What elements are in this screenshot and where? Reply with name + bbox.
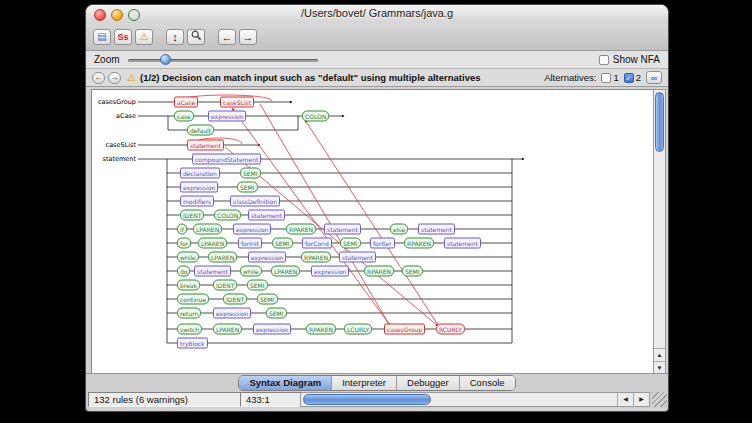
ibeam-button[interactable]: ↕ (166, 29, 184, 45)
diagram-node-LPAREN[interactable]: LPAREN (193, 224, 222, 235)
diagram-node-SEMI[interactable]: SEMI (272, 238, 293, 249)
link-button[interactable]: ∞ (646, 71, 662, 84)
diagram-node-IDENT[interactable]: IDENT (223, 294, 247, 305)
diagram-node-statement[interactable]: statement (324, 224, 361, 235)
diagram-node-break[interactable]: break (177, 280, 200, 291)
diagram-node-RPAREN[interactable]: RPAREN (306, 324, 336, 335)
diagram-node-IDENT[interactable]: IDENT (180, 210, 204, 221)
diagram-node-statement[interactable]: statement (248, 210, 285, 221)
diagram-canvas[interactable]: casesGroupaCasecaseSListstatementaCaseca… (91, 89, 654, 375)
rule-label-statement: statement (94, 155, 136, 163)
diagram-node-while[interactable]: while (177, 252, 199, 263)
tab-debugger[interactable]: Debugger (396, 376, 459, 390)
diagram-node-SEMI[interactable]: SEMI (247, 280, 268, 291)
diagram-node-for[interactable]: for (177, 238, 191, 249)
forward-button[interactable]: → (239, 29, 257, 45)
diagram-node-return[interactable]: return (177, 308, 201, 319)
diagram-node-RPAREN[interactable]: RPAREN (404, 238, 434, 249)
diagram-node-RPAREN[interactable]: RPAREN (364, 266, 394, 277)
diagram-node-LPAREN[interactable]: LPAREN (271, 266, 300, 277)
diagram-node-else[interactable]: else (390, 224, 408, 235)
diagram-node-forInit[interactable]: forInit (238, 238, 262, 249)
diagram-node-RPAREN[interactable]: RPAREN (301, 252, 331, 263)
diagram-node-LPAREN[interactable]: LPAREN (213, 324, 242, 335)
tab-interpreter[interactable]: Interpreter (331, 376, 396, 390)
zoom-slider-thumb[interactable] (160, 54, 171, 65)
diagram-node-expression[interactable]: expression (208, 111, 246, 122)
diagram-node-SEMI[interactable]: SEMI (257, 294, 278, 305)
title-bar[interactable]: /Users/bovet/ Grammars/java.g (86, 5, 668, 24)
diagram-node-statement[interactable]: statement (187, 140, 224, 151)
tab-syntax-diagram[interactable]: Syntax Diagram (239, 376, 331, 390)
diagram-node-tryBlock[interactable]: tryBlock (177, 338, 208, 349)
diagram-node-caseSList[interactable]: caseSList (220, 97, 254, 108)
diagram-node-classDefinition[interactable]: classDefinition (230, 196, 280, 207)
zoom-row: Zoom Show NFA (86, 51, 668, 69)
alternative-1-checkbox[interactable] (601, 73, 611, 83)
diagram-node-case[interactable]: case (174, 111, 194, 122)
zoom-slider-track[interactable] (128, 59, 318, 62)
diagram-node-continue[interactable]: continue (177, 294, 209, 305)
diagram-node-expression[interactable]: expression (253, 324, 291, 335)
diagram-node-SEMI[interactable]: SEMI (402, 266, 423, 277)
diagram-node-expression[interactable]: expression (248, 252, 286, 263)
view-tabs: Syntax Diagram Interpreter Debugger Cons… (86, 373, 668, 392)
diagram-node-forCond[interactable]: forCond (302, 238, 332, 249)
diagram-node-modifiers[interactable]: modifiers (180, 196, 214, 207)
find-button[interactable] (187, 29, 205, 45)
scroll-left-button[interactable]: ◀ (617, 393, 633, 406)
diagram-node-RPAREN[interactable]: RPAREN (286, 224, 316, 235)
case-sensitivity-button[interactable]: Ss (114, 29, 132, 45)
print-button[interactable]: ▤ (93, 29, 111, 45)
diagram-node-SEMI[interactable]: SEMI (266, 308, 287, 319)
resize-grip[interactable] (652, 392, 667, 407)
tab-console[interactable]: Console (459, 376, 515, 390)
vertical-scrollbar[interactable]: ▲ ▼ (653, 89, 666, 375)
caret-position: 433:1 (240, 392, 302, 407)
diagram-node-SEMI[interactable]: SEMI (240, 168, 261, 179)
diagram-node-default[interactable]: default (187, 125, 214, 136)
diagram-node-do[interactable]: do (177, 266, 190, 277)
diagram-node-expression[interactable]: expression (311, 266, 349, 277)
show-nfa-label: Show NFA (613, 54, 660, 65)
diagram-node-expression[interactable]: expression (213, 308, 251, 319)
diagram-node-casesGroup[interactable]: casesGroup (384, 324, 425, 335)
previous-warning-button[interactable]: ← (92, 72, 105, 84)
diagram-node-COLON[interactable]: COLON (302, 111, 329, 122)
back-button[interactable]: ← (218, 29, 236, 45)
diagram-node-while[interactable]: while (240, 266, 262, 277)
diagram-node-forIter[interactable]: forIter (370, 238, 395, 249)
diagram-node-statement[interactable]: statement (418, 224, 455, 235)
vertical-scrollbar-thumb[interactable] (655, 92, 664, 152)
alternative-2-checkbox[interactable]: ✓ (624, 73, 634, 83)
diagram-node-statement[interactable]: statement (444, 238, 481, 249)
next-warning-button[interactable]: → (108, 72, 121, 84)
diagram-node-expression[interactable]: expression (180, 182, 218, 193)
show-nfa-checkbox[interactable] (599, 55, 609, 65)
diagram-node-SEMI[interactable]: SEMI (340, 238, 361, 249)
warnings-button[interactable]: ⚠ (135, 29, 153, 45)
diagram-node-IDENT[interactable]: IDENT (213, 280, 237, 291)
zoom-slider[interactable] (128, 54, 318, 66)
horizontal-scrollbar[interactable]: ◀ ▶ (300, 392, 650, 407)
diagram-node-RCURLY[interactable]: RCURLY (436, 324, 465, 335)
window-title: /Users/bovet/ Grammars/java.g (86, 7, 668, 19)
diagram-node-LCURLY[interactable]: LCURLY (344, 324, 372, 335)
diagram-node-compoundStatement[interactable]: compoundStatement (192, 154, 261, 165)
diagram-node-if[interactable]: if (177, 224, 187, 235)
diagram-node-statement[interactable]: statement (339, 252, 376, 263)
scroll-up-button[interactable]: ▲ (654, 348, 665, 361)
diagram-node-expression[interactable]: expression (233, 224, 271, 235)
diagram-node-LPAREN[interactable]: LPAREN (208, 252, 237, 263)
diagram-node-declaration[interactable]: declaration (180, 168, 220, 179)
horizontal-scrollbar-thumb[interactable] (303, 394, 431, 405)
diagram-node-SEMI[interactable]: SEMI (237, 182, 258, 193)
diagram-node-LPAREN[interactable]: LPAREN (198, 238, 227, 249)
scroll-right-button[interactable]: ▶ (633, 393, 649, 406)
rule-label-caseSList: caseSList (94, 141, 136, 149)
diagram-node-switch[interactable]: switch (177, 324, 202, 335)
diagram-node-COLON[interactable]: COLON (214, 210, 241, 221)
diagram-node-statement[interactable]: statement (194, 266, 231, 277)
diagram-node-aCase[interactable]: aCase (174, 97, 198, 108)
warning-icon: ⚠ (127, 72, 136, 83)
